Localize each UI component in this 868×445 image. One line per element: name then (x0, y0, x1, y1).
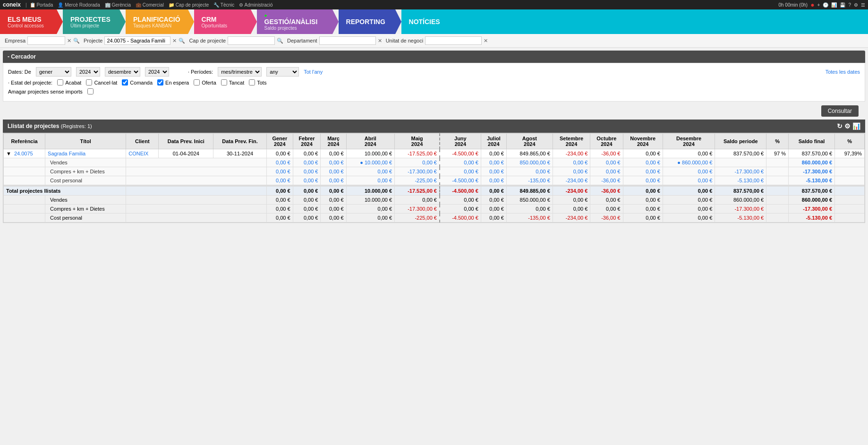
top-nav-tecnic[interactable]: 🔧 Tècnic (213, 2, 234, 8)
cell-vendes-agost: 850.000,00 € (506, 158, 553, 167)
nav-crm[interactable]: CRM Oportunitats (194, 9, 251, 34)
filter-cap-search-icon[interactable]: 🔍 (277, 38, 283, 44)
cell-compres-febrer: 0,00 € (293, 167, 321, 176)
top-nav-cap[interactable]: 📁 Cap de projecte (169, 2, 209, 8)
amagar-cb[interactable] (87, 88, 94, 94)
cell-tco-desembre: 0,00 € (663, 214, 715, 222)
totes-dates-link[interactable]: Totes les dates (825, 69, 860, 75)
cell-tco-maig: -225,00 € (395, 214, 440, 222)
cell-tc-sf: -17.300,00 € (789, 205, 835, 214)
cell-total-agost: 849.885,00 € (506, 187, 553, 196)
table-header-row: Referència Títol Client Data Prev. Inici… (4, 134, 865, 149)
top-nav-merce[interactable]: 👤 Mercè Rodorada (58, 2, 100, 8)
cell-tco-febrer: 0,00 € (293, 214, 321, 222)
project-client-link[interactable]: CONEIX (128, 151, 148, 156)
top-nav-comercial[interactable]: 💼 Comercial (136, 2, 164, 8)
estat-comanda-cb[interactable] (122, 79, 128, 86)
main-nav: ELS MEUS Control accessos PROJECTES Últi… (0, 9, 868, 34)
searcher-body: Dates: De generfebrermarçabril maigjunyj… (3, 63, 865, 102)
cell-total-novembre: 0,00 € (623, 187, 663, 196)
cell-tv-marc: 0,00 € (321, 196, 346, 205)
filter-cap-input[interactable] (228, 36, 275, 45)
to-year-select[interactable]: 202420232025 (145, 67, 169, 77)
filter-empresa-search[interactable]: 🔍 (73, 38, 80, 44)
nav-projectes[interactable]: PROJECTES Últim projecte (63, 9, 119, 34)
cell-tc-setembre: 0,00 € (553, 205, 590, 214)
from-month-select[interactable]: generfebrermarçabril maigjunyjuliolagost… (36, 67, 71, 77)
cell-tv-empty2 (126, 196, 267, 205)
settings-icon[interactable]: ⚙ (844, 122, 851, 130)
periodes-year-select[interactable]: anymestrimestre (266, 67, 299, 77)
cell-vendes-sf: 860.000,00 € (789, 158, 835, 167)
filter-projecte-input[interactable] (104, 36, 170, 45)
cell-compres-agost: 0,00 € (506, 167, 553, 176)
nav-reporting[interactable]: REPORTING (339, 9, 395, 34)
top-nav-gerencia[interactable]: 🏢 Gerència (105, 2, 131, 8)
from-year-select[interactable]: 202420232025 (76, 67, 100, 77)
th-client: Client (126, 134, 159, 149)
logo[interactable]: coneix (3, 1, 21, 8)
top-nav-portada[interactable]: 📋 Portada (30, 2, 53, 8)
cell-tv-juny: 0,00 € (440, 196, 481, 205)
top-nav-admin[interactable]: ⚙ Administració (239, 2, 272, 8)
to-month-select[interactable]: desembregenerfebrermarç (105, 67, 140, 77)
table-header-bar: Llistat de projectes (Registres: 1) ↻ ⚙ … (3, 120, 865, 133)
filter-projecte-clear[interactable]: ✕ (172, 38, 177, 44)
cell-tco-pct2 (835, 214, 865, 222)
tot-lany-link[interactable]: Tot l'any (304, 69, 323, 75)
cell-tco-label: Cost personal (45, 214, 126, 222)
estat-enespera-cb[interactable] (157, 79, 163, 86)
cell-vendes-empty2 (126, 158, 267, 167)
cell-compres-desembre: 0,00 € (663, 167, 715, 176)
th-saldo-periode: Saldo periode (715, 134, 766, 149)
nav-gestio[interactable]: ● GESTIÓ/ANÀLISI Saldo projectes (257, 9, 332, 34)
cell-tco-sf: -5.130,00 € (789, 214, 835, 222)
nav-noticies[interactable]: NOTÍCIES (401, 9, 868, 34)
filter-empresa-clear[interactable]: ✕ (67, 38, 71, 44)
project-collapse-icon[interactable]: ▼ (6, 151, 11, 156)
cell-tv-febrer: 0,00 € (293, 196, 321, 205)
cell-vendes-sp (715, 158, 766, 167)
estat-tots-cb[interactable] (249, 79, 255, 86)
cell-total-octubre: -36,00 € (590, 187, 623, 196)
export-icon[interactable]: 📊 (852, 122, 860, 130)
cell-compres-juny: 0,00 € (440, 167, 481, 176)
th-titol: Títol (45, 134, 126, 149)
consultar-button[interactable]: Consultar (821, 105, 859, 117)
filter-unitat-clear[interactable]: ✕ (484, 38, 488, 44)
estat-acabat-cb[interactable] (57, 79, 63, 86)
cell-vendes-pct2 (835, 158, 865, 167)
filter-empresa-input[interactable] (27, 36, 65, 45)
filter-projecte-label: Projecte (84, 38, 102, 43)
cell-tv-gener: 0,00 € (266, 196, 293, 205)
nav-planificacio[interactable]: PLANIFICACIÓ Tasques KANBAN (126, 9, 188, 34)
table-icons: ↻ ⚙ 📊 (837, 122, 860, 130)
cell-vendes-marc: 0,00 € (321, 158, 346, 167)
cell-cost-novembre: 0,00 € (623, 176, 663, 185)
project-title-link[interactable]: Sagrada Familia (48, 151, 85, 156)
cell-client: CONEIX (126, 149, 159, 158)
filter-dept-input[interactable] (319, 36, 376, 45)
cell-title: Sagrada Familia (45, 149, 126, 158)
cell-compres-octubre: 0,00 € (590, 167, 623, 176)
filter-unitat-input[interactable] (425, 36, 482, 45)
estat-cancelat-cb[interactable] (86, 79, 92, 86)
estat-oferta-cb[interactable] (194, 79, 200, 86)
filter-dept-clear[interactable]: ✕ (378, 38, 382, 44)
cell-tc-novembre: 0,00 € (623, 205, 663, 214)
th-agost: Agost2024 (506, 134, 553, 149)
projects-table: Referència Títol Client Data Prev. Inici… (3, 133, 865, 222)
refresh-icon[interactable]: ↻ (837, 122, 842, 130)
periodes-select[interactable]: mes/trimestreany (218, 67, 262, 77)
consultar-wrapper: Consultar (5, 105, 863, 117)
cell-vendes-label: Vendes (45, 158, 126, 167)
nav-projectes-sub: Últim projecte (70, 23, 112, 28)
estat-tots: Tots (249, 79, 266, 86)
cell-total-maig: -17.525,00 € (395, 187, 440, 196)
project-ref-link[interactable]: 24.0075 (14, 151, 33, 156)
nav-els-meus[interactable]: ELS MEUS Control accessos (0, 9, 57, 34)
cell-total-empty (126, 187, 267, 196)
estat-tancat-cb[interactable] (221, 79, 227, 86)
filter-projecte-search[interactable]: 🔍 (179, 38, 185, 44)
searcher-header[interactable]: - Cercador (3, 51, 865, 63)
